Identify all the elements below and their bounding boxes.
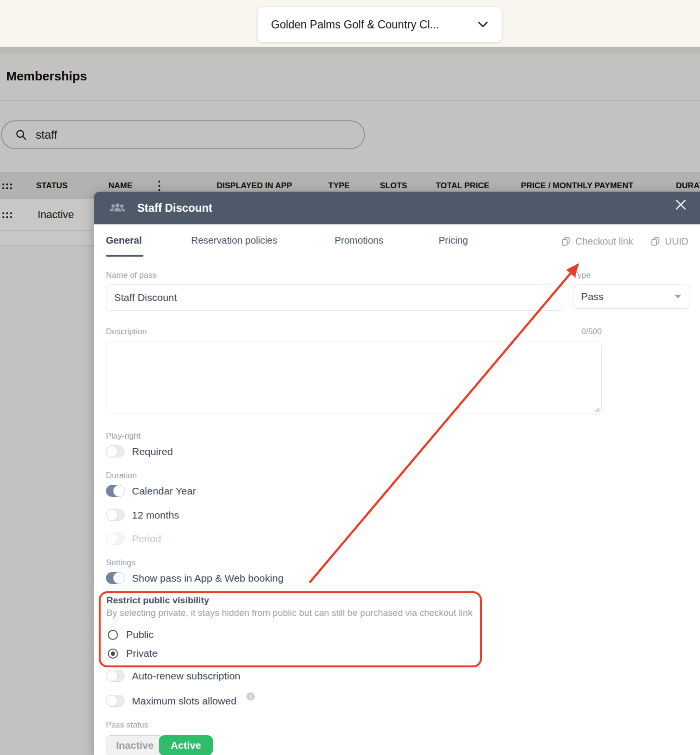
twelve-months-toggle[interactable]: [106, 509, 125, 521]
toolbar-strip: [0, 47, 700, 53]
pass-detail-modal: Staff Discount General Reservation polic…: [94, 192, 700, 755]
chevron-down-icon: [478, 21, 488, 28]
tab-pricing[interactable]: Pricing: [439, 235, 468, 246]
name-of-pass-input[interactable]: [106, 285, 563, 311]
period-toggle-row: Period: [106, 533, 161, 545]
radio-icon[interactable]: [108, 649, 118, 659]
copy-icon: [561, 236, 571, 247]
drag-handle-icon[interactable]: [2, 183, 12, 189]
duration-label: Duration: [106, 471, 137, 481]
private-label: Private: [126, 648, 157, 659]
search-icon: [15, 129, 27, 141]
pass-status-label: Pass status: [106, 720, 148, 730]
type-select[interactable]: Pass: [573, 285, 689, 309]
pass-status-inactive-button[interactable]: Inactive: [106, 735, 164, 755]
max-slots-toggle-row: Maximum slots allowed i: [106, 695, 255, 707]
club-selector-label: Golden Palms Golf & Country Cl...: [271, 18, 439, 31]
twelve-months-toggle-row: 12 months: [106, 509, 179, 521]
drag-handle-icon[interactable]: [2, 212, 12, 218]
char-counter: 0/500: [581, 327, 602, 337]
top-bar: Golden Palms Golf & Country Cl...: [0, 0, 700, 47]
required-label: Required: [132, 446, 173, 457]
modal-title: Staff Discount: [137, 202, 212, 215]
calendar-year-label: Calendar Year: [132, 485, 196, 497]
show-pass-toggle-row: Show pass in App & Web booking: [106, 572, 284, 584]
pass-status-active-button[interactable]: Active: [159, 735, 213, 755]
description-label: Description: [106, 327, 147, 337]
restrict-visibility-subtitle: By selecting private, it stays hidden fr…: [106, 608, 472, 618]
search-input[interactable]: [35, 128, 335, 142]
restrict-visibility-title: Restrict public visibility: [106, 595, 209, 606]
divider: [0, 100, 700, 101]
column-status[interactable]: STATUS: [36, 173, 67, 199]
required-toggle[interactable]: [106, 445, 125, 457]
tab-reservation-policies[interactable]: Reservation policies: [191, 235, 277, 246]
modal-header: Staff Discount: [94, 192, 700, 224]
caret-down-icon: [674, 295, 681, 299]
name-of-pass-label: Name of pass: [106, 271, 156, 280]
uuid-button[interactable]: UUID: [650, 236, 688, 247]
active-tab-underline: [106, 255, 143, 257]
period-label: Period: [132, 533, 161, 545]
info-icon[interactable]: i: [246, 692, 255, 701]
public-label: Public: [126, 629, 154, 640]
radio-icon[interactable]: [108, 630, 118, 640]
type-label: Type: [573, 271, 591, 280]
copy-icon: [650, 236, 661, 247]
checkout-link-button[interactable]: Checkout link: [561, 236, 633, 247]
auto-renew-toggle[interactable]: [106, 670, 125, 682]
visibility-option-public[interactable]: Public: [108, 629, 154, 640]
period-toggle[interactable]: [106, 533, 125, 545]
max-slots-toggle[interactable]: [106, 695, 125, 707]
members-group-icon: [110, 203, 125, 214]
calendar-year-toggle-row: Calendar Year: [106, 485, 196, 497]
play-right-label: Play-right: [106, 431, 141, 441]
auto-renew-toggle-row: Auto-renew subscription: [106, 670, 240, 682]
checkout-link-label: Checkout link: [575, 236, 633, 247]
pass-status-segmented-control: Inactive Active: [106, 735, 213, 755]
club-selector-button[interactable]: Golden Palms Golf & Country Cl...: [258, 7, 502, 42]
max-slots-label: Maximum slots allowed: [132, 695, 236, 707]
search-input-wrapper: [1, 120, 365, 149]
visibility-option-private[interactable]: Private: [108, 648, 157, 659]
tab-general[interactable]: General: [106, 235, 142, 246]
calendar-year-toggle[interactable]: [106, 485, 125, 497]
type-select-value: Pass: [581, 291, 604, 302]
required-toggle-row: Required: [106, 445, 173, 457]
settings-label: Settings: [106, 558, 135, 568]
description-textarea[interactable]: [106, 341, 602, 414]
uuid-label: UUID: [665, 236, 688, 247]
tab-promotions[interactable]: Promotions: [335, 235, 383, 246]
auto-renew-label: Auto-renew subscription: [132, 670, 240, 682]
status-cell: Inactive: [38, 199, 74, 230]
close-icon[interactable]: [672, 196, 689, 213]
show-pass-toggle[interactable]: [106, 572, 125, 584]
twelve-months-label: 12 months: [132, 509, 179, 521]
show-pass-label: Show pass in App & Web booking: [132, 573, 284, 584]
page-title: Memberships: [6, 69, 87, 84]
